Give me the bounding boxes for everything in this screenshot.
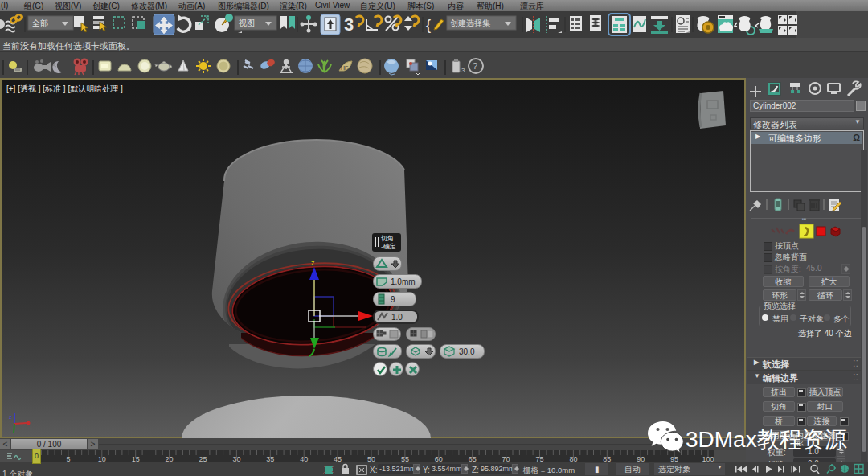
svg-text:全部: 全部 bbox=[31, 18, 48, 27]
svg-text:?: ? bbox=[473, 61, 477, 71]
svg-text:3: 3 bbox=[461, 67, 465, 74]
svg-text:视图: 视图 bbox=[239, 18, 255, 27]
svg-text:HF: HF bbox=[341, 65, 348, 71]
svg-text:z: z bbox=[311, 259, 315, 267]
svg-text:创建选择集: 创建选择集 bbox=[450, 18, 490, 27]
svg-text:3DMax教程资源: 3DMax教程资源 bbox=[686, 427, 847, 452]
svg-text:z: z bbox=[9, 413, 12, 421]
svg-text:{: { bbox=[426, 17, 431, 33]
svg-text:3: 3 bbox=[344, 14, 354, 35]
